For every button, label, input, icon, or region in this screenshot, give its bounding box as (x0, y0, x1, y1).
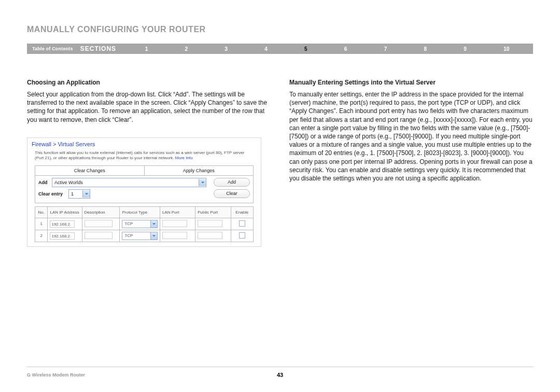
section-link-6[interactable]: 6 (344, 46, 347, 52)
section-link-2[interactable]: 2 (185, 46, 188, 52)
desc-field[interactable] (82, 230, 120, 242)
section-link-3[interactable]: 3 (225, 46, 228, 52)
protocol-select[interactable]: TCP (120, 218, 160, 230)
sections-label: SECTIONS (80, 45, 127, 52)
col-lan-port: LAN Port (160, 206, 195, 218)
footer-divider (27, 367, 533, 367)
section-link-8[interactable]: 8 (424, 46, 427, 52)
clear-entry-select[interactable]: 1 (68, 189, 90, 199)
section-link-7[interactable]: 7 (384, 46, 387, 52)
enable-checkbox[interactable] (231, 218, 253, 230)
left-body: Select your application from the drop-do… (27, 90, 271, 124)
page-number: 43 (277, 372, 283, 378)
desc-field[interactable] (82, 218, 120, 230)
page-title: MANUALLY CONFIGURING YOUR ROUTER (27, 25, 533, 34)
table-row: 1192.168.2.TCP (35, 218, 254, 230)
col-no: No. (35, 206, 48, 218)
section-navbar: Table of Contents SECTIONS 12345678910 (27, 44, 533, 54)
row-no: 1 (35, 218, 48, 230)
more-info-link[interactable]: More Info (175, 156, 193, 160)
chevron-down-icon (199, 179, 206, 186)
chevron-down-icon (82, 190, 90, 198)
clear-button[interactable]: Clear (214, 189, 250, 198)
col-enable: Enable (231, 206, 253, 218)
chevron-down-icon (150, 220, 157, 228)
section-link-10[interactable]: 10 (503, 46, 509, 52)
breadcrumb[interactable]: Firewall > Virtual Servers (32, 141, 257, 147)
protocol-select[interactable]: TCP (120, 230, 160, 242)
row-no: 2 (35, 230, 48, 242)
toc-link[interactable]: Table of Contents (27, 46, 80, 51)
right-heading: Manually Entering Settings into the Virt… (289, 79, 533, 86)
lan-port-field[interactable] (160, 218, 195, 230)
ip-field[interactable]: 192.168.2. (48, 230, 82, 242)
application-select[interactable]: Active Worlds (52, 178, 206, 187)
public-port-field[interactable] (195, 218, 231, 230)
shot-description: This function will allow you to route ex… (32, 150, 257, 161)
add-label: Add (38, 180, 52, 185)
section-link-1[interactable]: 1 (145, 46, 148, 52)
lan-port-field[interactable] (160, 230, 195, 242)
clear-entry-label: Clear entry (38, 191, 68, 197)
col-desc: Description (82, 206, 120, 218)
table-row: 2192.168.2.TCP (35, 230, 254, 242)
col-public-port: Public Port (195, 206, 231, 218)
footer-product: G Wireless Modem Router (27, 372, 85, 377)
chevron-down-icon (150, 232, 157, 240)
col-ip: LAN IP Address (48, 206, 82, 218)
enable-checkbox[interactable] (231, 230, 253, 242)
right-body: To manually enter settings, enter the IP… (289, 90, 533, 183)
ip-field[interactable]: 192.168.2. (48, 218, 82, 230)
add-button[interactable]: Add (214, 178, 250, 187)
left-heading: Choosing an Application (27, 79, 271, 86)
col-proto: Protocol Type (120, 206, 160, 218)
virtual-server-screenshot: Firewall > Virtual Servers This function… (27, 137, 261, 247)
public-port-field[interactable] (195, 230, 231, 242)
apply-changes-button[interactable]: Apply Changes (145, 166, 254, 175)
clear-changes-button[interactable]: Clear Changes (35, 166, 145, 175)
section-link-5[interactable]: 5 (304, 46, 307, 52)
virtual-server-table: No. LAN IP Address Description Protocol … (35, 206, 254, 242)
section-link-4[interactable]: 4 (264, 46, 268, 52)
section-link-9[interactable]: 9 (464, 46, 467, 52)
